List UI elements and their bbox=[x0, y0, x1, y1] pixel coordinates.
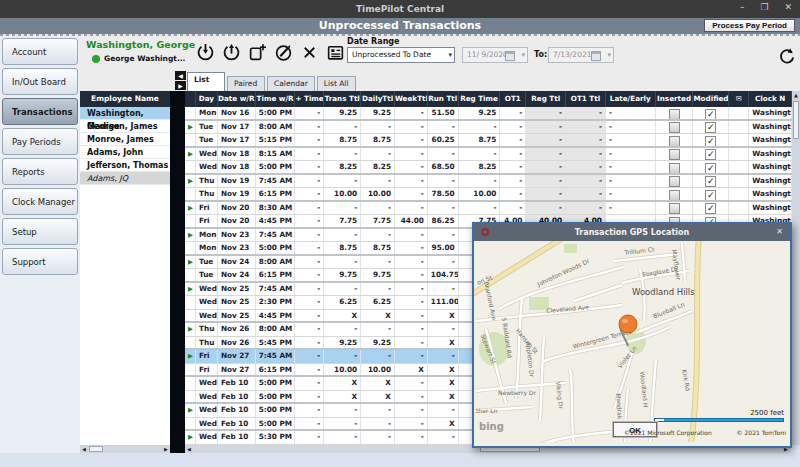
cell-mod[interactable] bbox=[693, 202, 729, 215]
table-row[interactable]: MonNov 165:00 PM-9.259.25-51.509.25----W… bbox=[185, 107, 792, 121]
cell-mod[interactable] bbox=[693, 107, 729, 119]
table-row[interactable]: ▶WedNov 188:15 AM----------Washington bbox=[185, 148, 792, 162]
employee-row[interactable]: Monroe, James bbox=[80, 133, 170, 146]
cell-ins[interactable] bbox=[656, 134, 694, 146]
scroll-up-icon[interactable]: ▲ bbox=[792, 91, 800, 100]
unchecked-checkbox[interactable] bbox=[669, 176, 680, 187]
scroll-left-icon[interactable]: ◀ bbox=[185, 445, 193, 453]
column-header-reg-time[interactable]: Reg Time bbox=[459, 91, 501, 107]
cell-ins[interactable] bbox=[656, 175, 694, 188]
unchecked-checkbox[interactable] bbox=[669, 163, 680, 173]
table-row[interactable]: ▶FriNov 208:30 AM----------Washington bbox=[185, 202, 792, 216]
cell-ins[interactable] bbox=[656, 161, 694, 173]
checked-checkbox[interactable] bbox=[705, 203, 716, 214]
date-range-select[interactable]: Unprocessed To Date ▾ bbox=[347, 47, 455, 63]
unchecked-checkbox[interactable] bbox=[669, 122, 680, 133]
employee-row[interactable]: Adams, John bbox=[80, 146, 170, 159]
unchecked-checkbox[interactable] bbox=[669, 190, 680, 200]
cell-ins[interactable] bbox=[656, 188, 694, 200]
scroll-thumb[interactable] bbox=[89, 446, 103, 452]
tab-calendar[interactable]: Calendar bbox=[267, 76, 315, 91]
tab-paired[interactable]: Paired bbox=[227, 76, 265, 91]
restore-icon[interactable]: ❐ bbox=[760, 0, 768, 15]
column-header-day[interactable]: Day bbox=[196, 91, 218, 107]
column-header-modified[interactable]: Modified bbox=[693, 91, 729, 107]
tab-list-all[interactable]: List All bbox=[317, 76, 356, 91]
column-header-clock-n[interactable]: Clock N bbox=[749, 91, 792, 107]
unchecked-checkbox[interactable] bbox=[669, 109, 680, 119]
column-header-date-w-r[interactable]: Date w/R bbox=[218, 91, 256, 107]
employee-row[interactable]: Washington, George bbox=[80, 107, 170, 120]
sidebar-item-reports[interactable]: Reports bbox=[2, 158, 78, 185]
column-header-dailyttl[interactable]: DailyTtl bbox=[361, 91, 395, 107]
employee-row[interactable]: Madison, James bbox=[80, 120, 170, 133]
unchecked-checkbox[interactable] bbox=[669, 149, 680, 160]
employee-row[interactable]: Jefferson, Thomas bbox=[80, 159, 170, 172]
sidebar-item-in-out-board[interactable]: In/Out Board bbox=[2, 68, 78, 95]
scroll-right-icon[interactable]: ▶ bbox=[162, 445, 170, 453]
from-date-field[interactable]: 11/ 9/2020 ▾ bbox=[462, 47, 528, 63]
sidebar-item-clock-manager[interactable]: Clock Manager bbox=[2, 188, 78, 215]
grid-vscrollbar[interactable]: ▲ bbox=[792, 91, 800, 445]
insert-transaction-icon[interactable] bbox=[248, 43, 267, 62]
table-row[interactable]: ▶ThuNov 197:45 AM----------Washington bbox=[185, 175, 792, 189]
envelope-icon[interactable]: ✉ bbox=[729, 91, 749, 107]
column-header-trans-ttl[interactable]: Trans Ttl bbox=[324, 91, 361, 107]
column-header-weekttl[interactable]: WeekTtl bbox=[395, 91, 428, 107]
clock-out-icon[interactable] bbox=[222, 43, 241, 62]
column-header-run-ttl[interactable]: Run Ttl bbox=[428, 91, 459, 107]
column-header-reg-ttl[interactable]: Reg Ttl bbox=[526, 91, 566, 107]
cell-mod[interactable] bbox=[693, 134, 729, 146]
cell-mod[interactable] bbox=[693, 121, 729, 134]
column-header-time-w-r[interactable]: Time w/R bbox=[256, 91, 296, 107]
checked-checkbox[interactable] bbox=[705, 176, 716, 187]
scroll-left-icon[interactable]: ◀ bbox=[80, 445, 88, 453]
cell-ins[interactable] bbox=[656, 148, 694, 161]
tab-scroll-left-icon[interactable]: ◀ bbox=[175, 71, 186, 80]
column-header-ot1[interactable]: OT1 bbox=[500, 91, 526, 107]
refresh-icon[interactable] bbox=[778, 47, 796, 65]
sidebar-item-account[interactable]: Account bbox=[2, 38, 78, 65]
cell-ins[interactable] bbox=[656, 107, 694, 119]
cell-mod[interactable] bbox=[693, 148, 729, 161]
close-icon[interactable]: ✕ bbox=[784, 0, 792, 15]
sidebar-item-setup[interactable]: Setup bbox=[2, 218, 78, 245]
table-row[interactable]: TueNov 175:15 PM-8.758.75-60.258.75----W… bbox=[185, 134, 792, 148]
column-header-late-early[interactable]: Late/Early bbox=[606, 91, 656, 107]
minimize-icon[interactable]: – bbox=[740, 0, 745, 15]
checked-checkbox[interactable] bbox=[705, 136, 716, 146]
cell-ins[interactable] bbox=[656, 121, 694, 134]
employee-hscrollbar[interactable]: ◀ ▶ bbox=[80, 445, 170, 453]
close-icon[interactable]: ✕ bbox=[776, 224, 783, 240]
checked-checkbox[interactable] bbox=[705, 190, 716, 200]
checked-checkbox[interactable] bbox=[705, 149, 716, 160]
dialog-title-bar[interactable]: Transaction GPS Location ✕ bbox=[474, 224, 790, 241]
delete-transaction-icon[interactable] bbox=[300, 43, 319, 62]
sidebar-item-pay-periods[interactable]: Pay Periods bbox=[2, 128, 78, 155]
employee-row[interactable]: Adams, JQ bbox=[80, 172, 170, 185]
column-header-ot1-ttl[interactable]: OT1 Ttl bbox=[566, 91, 606, 107]
scroll-thumb[interactable] bbox=[793, 101, 799, 139]
cell-ins[interactable] bbox=[656, 202, 694, 215]
sidebar-item-support[interactable]: Support bbox=[2, 248, 78, 275]
map-canvas[interactable]: on StBranford AveJohnston Woods DrTrilli… bbox=[474, 241, 790, 442]
unchecked-checkbox[interactable] bbox=[669, 136, 680, 146]
checked-checkbox[interactable] bbox=[705, 109, 716, 119]
cell-mod[interactable] bbox=[693, 161, 729, 173]
cell-mod[interactable] bbox=[693, 188, 729, 200]
table-row[interactable]: WedNov 185:00 PM-8.258.25-68.508.25----W… bbox=[185, 161, 792, 175]
checked-checkbox[interactable] bbox=[705, 163, 716, 173]
column-header-inserted[interactable]: Inserted bbox=[656, 91, 694, 107]
cell-mod[interactable] bbox=[693, 175, 729, 188]
process-pay-period-button[interactable]: Process Pay Period bbox=[704, 19, 795, 32]
to-date-field[interactable]: 7/13/2021 ▾ bbox=[548, 47, 614, 63]
table-row[interactable]: ThuNov 196:15 PM-10.0010.00-78.5010.00--… bbox=[185, 188, 792, 202]
tab-list[interactable]: List bbox=[187, 72, 225, 91]
table-row[interactable]: ▶TueNov 178:00 AM----------Washington bbox=[185, 121, 792, 135]
edit-transaction-icon[interactable] bbox=[274, 43, 293, 62]
tab-scroll-right-icon[interactable]: ▶ bbox=[175, 81, 186, 90]
column-header-arrow[interactable] bbox=[185, 91, 196, 107]
transaction-details-icon[interactable] bbox=[326, 43, 345, 62]
checked-checkbox[interactable] bbox=[705, 122, 716, 133]
clock-in-icon[interactable] bbox=[196, 43, 215, 62]
